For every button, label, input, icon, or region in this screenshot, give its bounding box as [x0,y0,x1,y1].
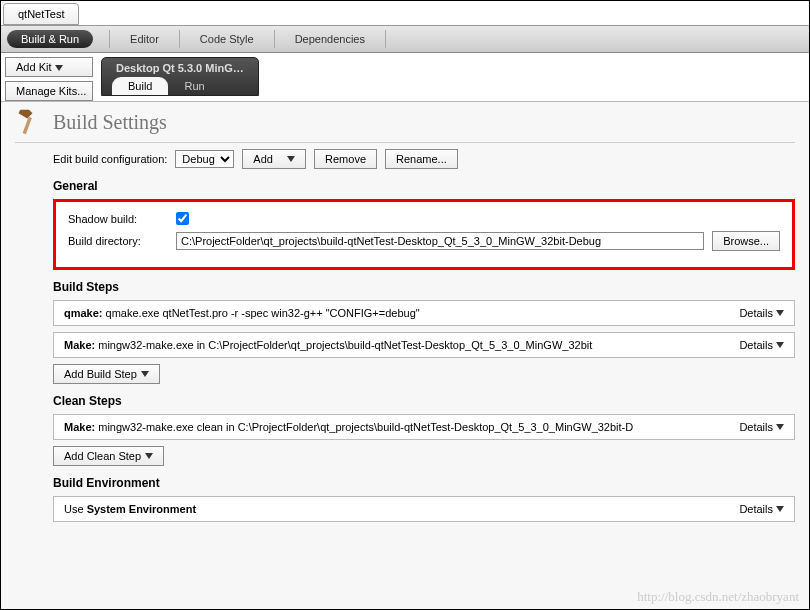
clean-steps-heading: Clean Steps [53,394,795,408]
chevron-down-icon [776,424,784,430]
add-build-step-label: Add Build Step [64,368,137,380]
add-clean-step-label: Add Clean Step [64,450,141,462]
chevron-down-icon [287,156,295,162]
divider [109,30,110,48]
tab-dependencies[interactable]: Dependencies [285,33,375,45]
tab-build-run[interactable]: Build & Run [7,30,93,48]
shadow-build-row: Shadow build: [68,212,780,225]
subtab-run[interactable]: Run [168,77,220,95]
chevron-down-icon [145,453,153,459]
config-label: Edit build configuration: [53,153,167,165]
shadow-build-checkbox[interactable] [176,212,189,225]
section-build-steps: Build Steps qmake: qmake.exe qtNetTest.p… [53,280,795,384]
shadow-build-label: Shadow build: [68,213,168,225]
general-heading: General [53,179,795,193]
kit-bar: Desktop Qt 5.3.0 MinG… Build Run [101,53,809,96]
qmake-text: qmake: qmake.exe qtNetTest.pro -r -spec … [64,307,739,319]
make-step: Make: mingw32-make.exe in C:\ProjectFold… [53,332,795,358]
divider [179,30,180,48]
kit-tab[interactable]: Desktop Qt 5.3.0 MinG… Build Run [101,57,259,96]
chevron-down-icon [776,342,784,348]
page-header: Build Settings [15,108,795,143]
watermark: http://blog.csdn.net/zhaobryant [637,589,799,605]
section-build-env: Build Environment Use System Environment… [53,476,795,522]
remove-config-button[interactable]: Remove [314,149,377,169]
svg-marker-0 [19,110,33,119]
chevron-down-icon [141,371,149,377]
add-config-button[interactable]: Add [242,149,306,169]
add-label: Add [253,153,273,165]
details-button[interactable]: Details [739,307,784,319]
manage-kits-button[interactable]: Manage Kits... [5,81,93,101]
details-button[interactable]: Details [739,503,784,515]
svg-rect-1 [23,117,32,135]
page-title: Build Settings [53,111,167,134]
add-kit-button[interactable]: Add Kit [5,57,93,77]
build-dir-row: Build directory: Browse... [68,231,780,251]
content-area: Build Settings Edit build configuration:… [1,101,809,610]
build-dir-input[interactable] [176,232,704,250]
build-dir-label: Build directory: [68,235,168,247]
chevron-down-icon [776,506,784,512]
section-clean-steps: Clean Steps Make: mingw32-make.exe clean… [53,394,795,466]
config-select[interactable]: Debug [175,150,234,168]
divider [385,30,386,48]
details-button[interactable]: Details [739,421,784,433]
build-steps-heading: Build Steps [53,280,795,294]
rename-config-button[interactable]: Rename... [385,149,458,169]
config-row: Edit build configuration: Debug Add Remo… [53,149,795,169]
chevron-down-icon [776,310,784,316]
section-general: General Shadow build: Build directory: B… [53,179,795,270]
env-heading: Build Environment [53,476,795,490]
kit-sidebar: Add Kit Manage Kits... [1,53,96,101]
env-box: Use System Environment Details [53,496,795,522]
project-tab[interactable]: qtNetTest [3,3,79,25]
chevron-down-icon [55,65,63,71]
kit-subtabs: Build Run [112,77,248,95]
add-kit-label: Add Kit [16,61,51,73]
main-toolbar: Build & Run Editor Code Style Dependenci… [1,25,809,53]
details-button[interactable]: Details [739,339,784,351]
tab-editor[interactable]: Editor [120,33,169,45]
clean-make-text: Make: mingw32-make.exe clean in C:\Proje… [64,421,739,433]
add-clean-step-button[interactable]: Add Clean Step [53,446,164,466]
add-build-step-button[interactable]: Add Build Step [53,364,160,384]
qmake-step: qmake: qmake.exe qtNetTest.pro -r -spec … [53,300,795,326]
divider [274,30,275,48]
general-box: Shadow build: Build directory: Browse... [53,199,795,270]
kit-name: Desktop Qt 5.3.0 MinG… [112,62,248,77]
make-text: Make: mingw32-make.exe in C:\ProjectFold… [64,339,739,351]
clean-make-step: Make: mingw32-make.exe clean in C:\Proje… [53,414,795,440]
hammer-icon [15,108,43,136]
subtab-build[interactable]: Build [112,77,168,95]
tab-code-style[interactable]: Code Style [190,33,264,45]
browse-button[interactable]: Browse... [712,231,780,251]
env-text: Use System Environment [64,503,739,515]
